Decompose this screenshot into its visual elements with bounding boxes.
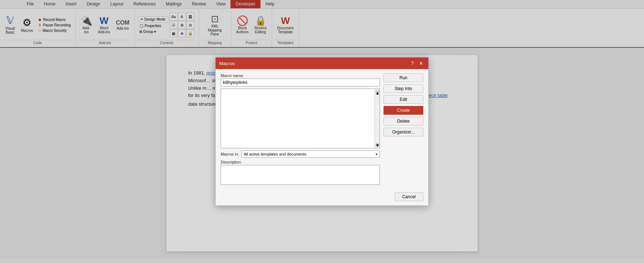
description-label: Description:: [221, 160, 380, 164]
scroll-down-arrow[interactable]: ▼: [376, 143, 379, 147]
dialog-close-button[interactable]: ✕: [418, 60, 425, 67]
macro-name-section: Macro name:: [221, 73, 380, 86]
run-button[interactable]: Run: [384, 73, 423, 82]
create-button[interactable]: Create: [384, 106, 423, 115]
edit-button[interactable]: Edit: [384, 95, 423, 104]
dialog-footer: Cancel: [216, 190, 428, 205]
macro-list[interactable]: [221, 89, 374, 148]
macro-name-input[interactable]: [221, 79, 380, 86]
macros-dialog: Macros ? ✕ Macro name: ▲: [215, 57, 429, 206]
step-into-button[interactable]: Step Into: [384, 84, 423, 93]
macros-in-label: Macros in:: [221, 152, 239, 156]
dialog-right-buttons: Run Step Into Edit Create Delete Organiz…: [384, 73, 423, 186]
dialog-left-panel: Macro name: ▲ ▼ Macros in:: [221, 73, 380, 186]
dialog-body: Macro name: ▲ ▼ Macros in:: [216, 69, 428, 190]
description-textarea[interactable]: [221, 165, 380, 185]
description-section: Description:: [221, 160, 380, 186]
organizer-button[interactable]: Organizer...: [384, 128, 423, 136]
modal-overlay: Macros ? ✕ Macro name: ▲: [0, 0, 644, 263]
dialog-title-bar: Macros ? ✕: [216, 58, 428, 69]
macros-in-row: Macros in: All active templates and docu…: [221, 150, 380, 158]
dialog-help-button[interactable]: ?: [409, 60, 416, 67]
dialog-title: Macros: [219, 61, 235, 66]
delete-button[interactable]: Delete: [384, 117, 423, 126]
macro-list-container: ▲ ▼: [221, 89, 380, 148]
macros-in-select[interactable]: All active templates and documents Norma…: [241, 150, 380, 158]
scroll-up-arrow[interactable]: ▲: [376, 90, 379, 94]
cancel-button[interactable]: Cancel: [395, 192, 423, 201]
list-scrollbar[interactable]: ▲ ▼: [374, 89, 380, 148]
dialog-title-buttons: ? ✕: [409, 60, 425, 67]
macros-in-select-wrapper: All active templates and documents Norma…: [241, 150, 380, 158]
macro-name-label: Macro name:: [221, 73, 380, 78]
